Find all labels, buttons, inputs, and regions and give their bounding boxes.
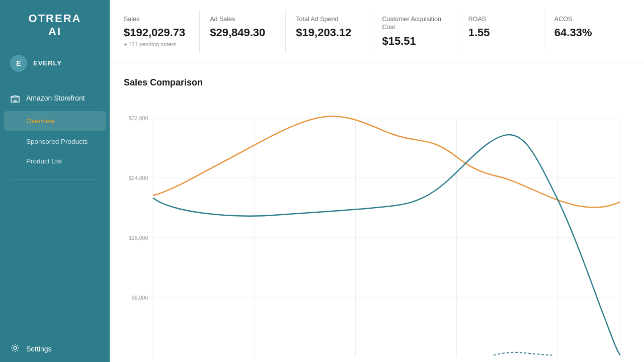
store-icon [10, 93, 20, 103]
logo-text: OTRERA AI [10, 12, 100, 39]
cac-value: $15.51 [382, 35, 448, 48]
gear-icon [10, 343, 20, 355]
svg-text:$24,000: $24,000 [129, 174, 148, 180]
metric-roas: ROAS 1.55 [468, 10, 544, 53]
metric-acos: ACOS 64.33% [554, 10, 630, 53]
ad-sales-value: $29,849.30 [210, 26, 275, 39]
total-ad-spend-label: Total Ad Spend [296, 15, 361, 23]
metrics-bar: Sales $192,029.73 + 121 pending orders A… [110, 0, 644, 63]
svg-text:$16,000: $16,000 [129, 234, 148, 240]
sales-sub: + 121 pending orders [124, 41, 189, 47]
sidebar: OTRERA AI E EVERLY Amazon Storefront Ove… [0, 0, 110, 362]
svg-rect-1 [14, 100, 17, 102]
user-section: E EVERLY [0, 49, 110, 82]
sales-comparison-chart: $32,000 $24,000 $16,000 $8,000 [124, 98, 630, 358]
acos-label: ACOS [554, 15, 620, 23]
cac-label: Customer Acquisition Cost [382, 15, 448, 32]
svg-point-2 [14, 346, 17, 349]
metric-total-ad-spend: Total Ad Spend $19,203.12 [296, 10, 372, 53]
roas-label: ROAS [468, 15, 534, 23]
total-ad-spend-value: $19,203.12 [296, 26, 361, 39]
sidebar-item-overview[interactable]: Overview [4, 111, 106, 131]
settings-label: Settings [26, 345, 52, 353]
avatar: E [10, 55, 27, 72]
settings-item[interactable]: Settings [0, 336, 110, 362]
amazon-storefront-section[interactable]: Amazon Storefront Overview Sponsored Pro… [0, 82, 110, 175]
chart-area: Sales Comparison $32,000 $24,000 $16,000 [110, 63, 644, 363]
sidebar-item-sponsored-products[interactable]: Sponsored Products [0, 132, 110, 151]
metric-ad-sales: Ad Sales $29,849.30 [210, 10, 286, 53]
metric-sales: Sales $192,029.73 + 121 pending orders [124, 10, 200, 53]
logo: OTRERA AI [0, 0, 110, 49]
amazon-storefront-header[interactable]: Amazon Storefront [0, 86, 110, 110]
chart-title: Sales Comparison [124, 77, 630, 88]
sales-value: $192,029.73 [124, 26, 189, 39]
amazon-storefront-label: Amazon Storefront [26, 94, 85, 102]
user-name: EVERLY [33, 59, 62, 67]
chart-container: $32,000 $24,000 $16,000 $8,000 [124, 98, 630, 358]
svg-text:$32,000: $32,000 [129, 115, 148, 121]
sidebar-divider [10, 179, 100, 179]
ad-sales-label: Ad Sales [210, 15, 275, 23]
main-content: Sales $192,029.73 + 121 pending orders A… [110, 0, 644, 362]
svg-text:$8,000: $8,000 [132, 295, 148, 301]
metric-cac: Customer Acquisition Cost $15.51 [382, 10, 458, 53]
sidebar-item-product-list[interactable]: Product List [0, 151, 110, 171]
roas-value: 1.55 [468, 26, 534, 39]
sales-label: Sales [124, 15, 189, 23]
acos-value: 64.33% [554, 26, 620, 39]
